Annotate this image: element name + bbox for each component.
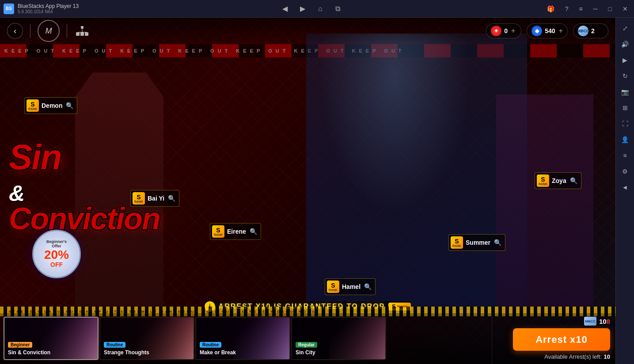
beginners-offer-badge[interactable]: Beginner'sOffer 20% OFF bbox=[32, 230, 81, 278]
side-back-button[interactable]: ◄ bbox=[618, 180, 632, 194]
currency-card: MBCC 2 bbox=[573, 23, 608, 38]
eirene-rank-badge: S RANK bbox=[212, 225, 224, 238]
red-currency-add[interactable]: + bbox=[511, 27, 515, 35]
card-badge-3: Routine bbox=[200, 342, 221, 348]
zoya-name: Zoya bbox=[552, 177, 566, 184]
card-content-2: Routine Strange Thoughts bbox=[104, 340, 149, 356]
top-hud: ‹ M ✦ 0 + ◆ 540 + bbox=[0, 18, 615, 44]
side-fullscreen-button[interactable]: ⛶ bbox=[618, 117, 632, 131]
menu-button[interactable]: ≡ bbox=[576, 4, 585, 13]
card-badge-4: Regular bbox=[296, 342, 317, 348]
hud-logo: M bbox=[38, 20, 60, 42]
nav-home-button[interactable]: ⌂ bbox=[314, 3, 326, 15]
baiyi-name: Bai Yi bbox=[148, 195, 164, 202]
baiyi-rank-badge: S RANK bbox=[133, 192, 145, 205]
card-name-1: Sin & Conviction bbox=[8, 349, 50, 356]
side-settings-button[interactable]: ⚙ bbox=[618, 164, 632, 178]
char-label-zoya: S RANK Zoya 🔍 bbox=[535, 172, 581, 189]
stage-card-sin-conviction[interactable]: Beginner Sin & Conviction bbox=[4, 317, 99, 360]
currency-blue: ◆ 540 + bbox=[527, 23, 568, 38]
demon-name: Demon bbox=[42, 102, 62, 109]
titlebar-nav: ◀ ▶ ⌂ ⧉ bbox=[279, 3, 344, 15]
mbcc-balance: MBCC 108 bbox=[584, 317, 610, 326]
hamel-name: Hamel bbox=[342, 283, 361, 290]
side-play-button[interactable]: ▶ bbox=[618, 53, 632, 67]
stage-card-strange-thoughts[interactable]: Routine Strange Thoughts bbox=[99, 317, 194, 360]
side-refresh-button[interactable]: ↻ bbox=[618, 69, 632, 83]
side-grid-button[interactable]: ⊞ bbox=[618, 101, 632, 115]
arrests-left-label: Available Arrest(s) left: bbox=[544, 353, 602, 360]
close-button[interactable]: ✕ bbox=[620, 4, 630, 13]
hamel-search-icon[interactable]: 🔍 bbox=[364, 283, 372, 290]
demon-rank-badge: S RANK bbox=[27, 99, 39, 112]
side-expand-button[interactable]: ⤢ bbox=[618, 21, 632, 35]
eirene-search-icon[interactable]: 🔍 bbox=[250, 228, 257, 235]
stage-card-make-or-break[interactable]: Routine Make or Break bbox=[195, 317, 290, 360]
balance-white: 10 bbox=[599, 318, 607, 325]
stage-card-sin-city[interactable]: Regular Sin City bbox=[291, 317, 386, 360]
zoya-rank-badge: S RANK bbox=[537, 174, 549, 187]
svg-rect-3 bbox=[85, 32, 88, 36]
card-content-1: Beginner Sin & Conviction bbox=[8, 340, 50, 356]
help-button[interactable]: ? bbox=[562, 4, 571, 13]
app-version: 5.9.300.1014 N64 bbox=[18, 9, 79, 14]
blue-currency-icon: ◆ bbox=[531, 26, 542, 36]
card-currency-icon: MBCC bbox=[578, 26, 588, 36]
nav-back-button[interactable]: ◀ bbox=[279, 3, 291, 15]
side-screenshot-button[interactable]: 📷 bbox=[618, 85, 632, 99]
char-label-baiyi: S RANK Bai Yi 🔍 bbox=[130, 190, 179, 207]
mbcc-icon: MBCC bbox=[584, 317, 596, 326]
org-icon[interactable] bbox=[74, 23, 90, 39]
card-content-4: Regular Sin City bbox=[296, 340, 317, 356]
main-title: Sin & Conviction bbox=[9, 141, 160, 233]
char-label-eirene: S RANK Eirene 🔍 bbox=[210, 223, 261, 240]
arrest-button[interactable]: Arrest x10 bbox=[513, 328, 610, 351]
offer-off: OFF bbox=[50, 261, 63, 268]
card-name-2: Strange Thoughts bbox=[104, 349, 149, 356]
side-toolbar: ⤢ 🔊 ▶ ↻ 📷 ⊞ ⛶ 👤 ≡ ⚙ ◄ bbox=[615, 18, 634, 364]
eirene-name: Eirene bbox=[227, 228, 246, 235]
card-content-3: Routine Make or Break bbox=[200, 340, 236, 356]
zoya-search-icon[interactable]: 🔍 bbox=[570, 177, 577, 184]
blue-currency-value: 540 bbox=[545, 27, 555, 34]
maximize-button[interactable]: □ bbox=[606, 4, 615, 13]
summer-search-icon[interactable]: 🔍 bbox=[494, 239, 501, 246]
side-account-button[interactable]: 👤 bbox=[618, 133, 632, 147]
arrests-left-display: Available Arrest(s) left: 10 bbox=[544, 353, 610, 360]
hud-currency: ✦ 0 + ◆ 540 + MBCC 2 bbox=[486, 23, 608, 38]
red-currency-value: 0 bbox=[504, 27, 508, 34]
summer-rank-badge: S RANK bbox=[451, 236, 463, 249]
nav-forward-button[interactable]: ▶ bbox=[296, 3, 309, 15]
hud-divider2 bbox=[67, 24, 67, 38]
game-back-button[interactable]: ‹ bbox=[7, 23, 23, 39]
minimize-button[interactable]: ─ bbox=[591, 4, 600, 13]
summer-name: Summer bbox=[466, 239, 490, 246]
currency-red: ✦ 0 + bbox=[486, 23, 521, 38]
offer-label: Beginner'sOffer bbox=[46, 240, 67, 249]
nav-tabs-button[interactable]: ⧉ bbox=[332, 3, 344, 15]
side-sound-button[interactable]: 🔊 bbox=[618, 37, 632, 51]
title-text: Sin & Conviction bbox=[9, 141, 160, 233]
hamel-rank-badge: S RANK bbox=[327, 281, 339, 293]
app-icon: BS bbox=[4, 4, 14, 14]
svg-rect-1 bbox=[76, 32, 80, 36]
baiyi-search-icon[interactable]: 🔍 bbox=[168, 195, 175, 202]
blue-currency-add[interactable]: + bbox=[559, 27, 563, 35]
balance-red: 8 bbox=[607, 318, 610, 325]
demon-search-icon[interactable]: 🔍 bbox=[66, 102, 73, 109]
offer-percent: 20% bbox=[44, 249, 69, 261]
char-label-summer: S RANK Summer 🔍 bbox=[448, 234, 505, 251]
svg-rect-2 bbox=[80, 32, 84, 36]
app-title: BlueStacks App Player 13 bbox=[18, 3, 79, 9]
titlebar: BS BlueStacks App Player 13 5.9.300.1014… bbox=[0, 0, 634, 18]
card-name-3: Make or Break bbox=[200, 349, 236, 356]
balance-display: 108 bbox=[599, 318, 610, 325]
gift-button[interactable]: 🎁 bbox=[544, 4, 557, 13]
char-label-hamel: S RANK Hamel 🔍 bbox=[325, 278, 376, 295]
arrests-left-count: 10 bbox=[604, 353, 610, 360]
side-layers-button[interactable]: ≡ bbox=[618, 148, 632, 163]
char-label-demon: S RANK Demon 🔍 bbox=[24, 97, 77, 114]
stage-cards: Beginner Sin & Conviction Routine Strang… bbox=[0, 313, 492, 364]
red-currency-icon: ✦ bbox=[491, 26, 501, 36]
svg-rect-0 bbox=[81, 26, 84, 29]
